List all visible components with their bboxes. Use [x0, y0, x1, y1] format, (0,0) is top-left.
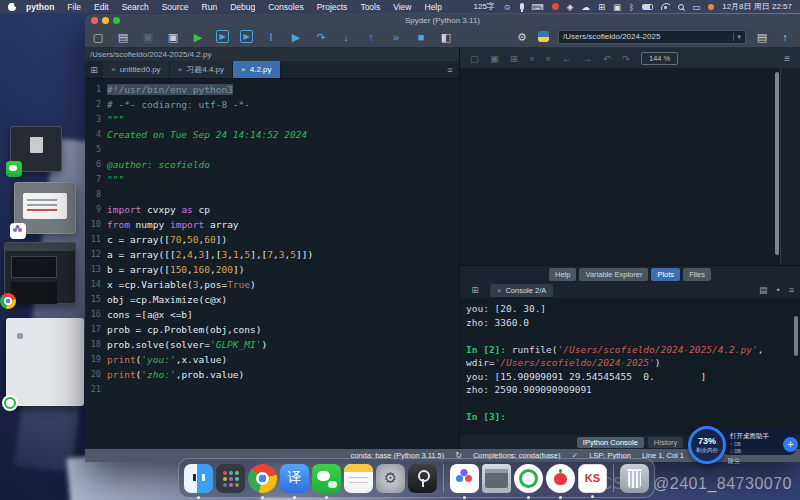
plots-scrollbar[interactable] — [775, 72, 779, 255]
close-icon[interactable]: × — [497, 286, 501, 295]
menu-item-debug[interactable]: Debug — [230, 2, 255, 12]
pane-tab-variable-explorer[interactable]: Variable Explorer — [579, 268, 648, 281]
tab-ipython-console[interactable]: IPython Console — [577, 437, 644, 448]
menu-item-edit[interactable]: Edit — [94, 2, 109, 12]
cloud-icon[interactable]: ☁ — [581, 3, 590, 11]
pane-tab-plots[interactable]: Plots — [651, 268, 680, 281]
tab-history[interactable]: History — [648, 437, 683, 448]
apple-logo-icon[interactable] — [8, 3, 16, 11]
run-cell-icon[interactable]: ▶ — [216, 30, 229, 43]
menu-item-python[interactable]: python — [26, 2, 54, 12]
console-menu-icon[interactable]: ≡ — [789, 285, 794, 295]
menu-item-projects[interactable]: Projects — [317, 2, 348, 12]
input-method-icon[interactable]: ☺ — [503, 3, 512, 11]
close-icon[interactable]: × — [178, 65, 183, 74]
editor-tab-4.2.py[interactable]: ×4.2.py — [233, 61, 280, 78]
zoom-window-button[interactable] — [113, 17, 120, 24]
save-plot-icon[interactable]: ▢ — [470, 53, 479, 64]
debug-file-icon[interactable]: ▶ — [289, 31, 303, 43]
window-preview-icon[interactable] — [482, 464, 511, 493]
console-scrollbar[interactable] — [794, 316, 798, 356]
next-plot-icon[interactable]: → — [583, 53, 593, 64]
zoom-in-icon[interactable]: ↶ — [603, 53, 611, 64]
assistant-pill[interactable]: 打开桌面助手 ↑ 0B ↓ 0B + — [722, 429, 796, 455]
apple-app-icon[interactable] — [546, 464, 575, 493]
close-window-button[interactable] — [91, 17, 98, 24]
window-manager-icon[interactable]: ▣ — [613, 3, 621, 11]
copy-console-icon[interactable]: ▤ — [759, 285, 768, 295]
ks-app-icon[interactable]: KS — [578, 464, 607, 493]
pane-tab-files[interactable]: Files — [683, 268, 711, 281]
chrome-icon[interactable] — [248, 464, 277, 493]
notes-icon[interactable] — [344, 464, 373, 493]
menu-item-tools[interactable]: Tools — [360, 2, 380, 12]
browse-directory-icon[interactable]: ▤ — [755, 31, 769, 43]
browse-consoles-icon[interactable]: ⊞ — [466, 285, 484, 295]
code-editor[interactable]: 1#!/usr/bin/env python32# -*- codiarng: … — [85, 79, 459, 449]
stop-icon[interactable]: ■ — [414, 31, 428, 43]
minimized-window-launcher[interactable] — [6, 318, 84, 406]
python-logo-icon[interactable] — [538, 31, 549, 42]
remove-all-plots-icon[interactable]: × — [546, 53, 552, 64]
settings-icon[interactable]: ⚙ — [376, 464, 405, 493]
remove-plot-icon[interactable]: × — [529, 53, 535, 64]
editor-tab-习题4.4.py[interactable]: ×习题4.4.py — [170, 61, 233, 78]
menu-item-source[interactable]: Source — [162, 2, 189, 12]
memory-percent-circle[interactable]: 73% 剩余内存 — [688, 426, 726, 464]
clean-label[interactable]: 除尘 — [728, 457, 740, 466]
run-cell-advance-icon[interactable]: ▶ — [240, 30, 253, 43]
continue-icon[interactable]: » — [389, 31, 403, 43]
menu-item-view[interactable]: View — [393, 2, 411, 12]
copy-plot-icon[interactable]: ⊞ — [510, 53, 518, 64]
finder-icon[interactable] — [184, 464, 213, 493]
launchpad-icon[interactable] — [216, 464, 245, 493]
save-all-icon[interactable]: ▣ — [166, 31, 180, 43]
parent-directory-icon[interactable]: ↑ — [778, 31, 792, 43]
pane-tab-help[interactable]: Help — [549, 268, 576, 281]
new-file-icon[interactable]: ▢ — [91, 31, 105, 43]
cloud-app-icon[interactable] — [450, 464, 479, 493]
menu-item-file[interactable]: File — [67, 2, 81, 12]
step-out-icon[interactable]: ↑ — [364, 31, 378, 43]
working-directory-select[interactable]: /Users/scofieldo/2024-2025 ▾ — [558, 30, 746, 44]
step-over-icon[interactable]: ↷ — [314, 31, 328, 43]
trash-icon[interactable] — [620, 464, 649, 493]
wifi-icon[interactable] — [661, 3, 670, 10]
translate-icon[interactable]: 译 — [280, 464, 309, 493]
menu-clock[interactable]: 12月8日 周日 22:57 — [722, 1, 792, 12]
memory-widget[interactable]: 打开桌面助手 ↑ 0B ↓ 0B + 73% 剩余内存 除尘 — [688, 426, 796, 466]
split-view-icon[interactable]: ⊞ — [598, 3, 605, 11]
close-icon[interactable]: × — [111, 65, 116, 74]
plots-menu-icon[interactable]: ≡ — [784, 53, 790, 64]
browse-tabs-icon[interactable]: ⊞ — [85, 61, 103, 78]
keychain-icon[interactable] — [408, 464, 437, 493]
menu-item-run[interactable]: Run — [202, 2, 218, 12]
minimized-window-browser[interactable] — [4, 242, 76, 304]
menu-item-consoles[interactable]: Consoles — [268, 2, 303, 12]
wechat-icon[interactable] — [312, 464, 341, 493]
run-file-icon[interactable]: ▶ — [191, 31, 205, 43]
save-all-plots-icon[interactable]: ▣ — [490, 53, 499, 64]
editor-tab-untitled0.py[interactable]: ×untitled0.py — [103, 61, 170, 78]
bluetooth-icon[interactable]: ᛒ — [629, 3, 634, 11]
ipython-console[interactable]: you: [20. 30.]zho: 3360.0 In [2]: runfil… — [460, 298, 800, 435]
run-selection-icon[interactable]: I — [264, 31, 278, 43]
app-knot-icon[interactable]: ◈ — [567, 3, 574, 11]
keyboard-icon[interactable]: ⌨ — [532, 3, 544, 11]
minimize-window-button[interactable] — [102, 17, 109, 24]
menu-item-help[interactable]: Help — [425, 2, 442, 12]
search-icon[interactable] — [678, 4, 684, 10]
step-into-icon[interactable]: ↓ — [339, 31, 353, 43]
battery-icon[interactable] — [642, 4, 653, 10]
options-dot-icon[interactable]: • — [777, 285, 780, 295]
notification-dot-icon[interactable] — [708, 4, 714, 10]
console-tab[interactable]: × Console 2/A — [490, 284, 553, 297]
mic-icon[interactable] — [520, 3, 524, 10]
display-icon[interactable]: ▭ — [692, 3, 700, 11]
maximize-pane-icon[interactable]: ◧ — [439, 31, 453, 43]
input-word-count[interactable]: 125字 — [474, 1, 495, 12]
menu-item-search[interactable]: Search — [122, 2, 149, 12]
zoom-out-icon[interactable]: ↷ — [622, 53, 630, 64]
minimized-window-dialog[interactable] — [14, 182, 76, 234]
screen-record-icon[interactable] — [552, 3, 559, 10]
